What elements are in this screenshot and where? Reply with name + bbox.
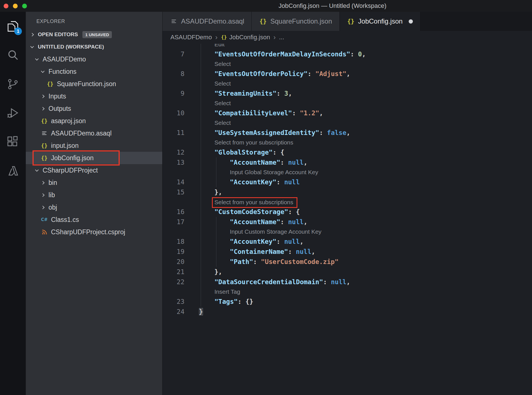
chevron-down-icon (41, 69, 45, 73)
tree-item-asaudfdemo-asaql[interactable]: ASAUDFDemo.asaql (26, 127, 162, 139)
code-line-17[interactable]: 17"AccountName": null, (163, 217, 532, 227)
open-editors-header[interactable]: OPEN EDITORS 1 UNSAVED (26, 28, 162, 41)
code-text: "EventsOutOfOrderMaxDelayInSeconds": 0, (199, 49, 532, 59)
code-line-15[interactable]: 15}, (163, 187, 532, 197)
tree-item-label: ASAUDFDemo.asaql (51, 130, 112, 137)
code-line-14[interactable]: 14"AccountKey": null (163, 177, 532, 187)
asaql-file-icon (40, 130, 48, 136)
code-token: 3 (284, 90, 288, 97)
code-token: : (280, 159, 288, 166)
codelens-select[interactable]: Select (163, 98, 532, 108)
unsaved-dot-icon[interactable] (409, 19, 413, 24)
code-token: null (288, 218, 304, 226)
zoom-window-button[interactable] (22, 4, 27, 8)
code-line-18[interactable]: 18"AccountKey": null, (163, 236, 532, 247)
breadcrumb-item-asaudfdemo[interactable]: ASAUDFDemo (170, 34, 212, 41)
workspace-header[interactable]: UNTITLED (WORKSPACE) (26, 41, 162, 53)
code-token: null (284, 178, 300, 186)
codelens-select-from-your-subscriptions[interactable]: Select from your subscriptions (163, 138, 532, 147)
indent-guide (201, 128, 201, 138)
codelens-insert-tag[interactable]: Insert Tag (163, 287, 532, 297)
tab-asaudfdemo-asaql[interactable]: ASAUDFDemo.asaql (163, 12, 252, 31)
codelens-link[interactable]: Select (214, 100, 231, 106)
codelens-link[interactable]: Insert Tag (214, 288, 240, 295)
codelens-select[interactable]: Select (163, 79, 532, 88)
codelens-link[interactable]: Input Global Storage Account Key (230, 169, 318, 175)
tree-item-asaudfdemo[interactable]: ASAUDFDemo (26, 53, 162, 65)
line-number: 18 (163, 236, 184, 247)
code-line-21[interactable]: 21}, (163, 267, 532, 277)
code-text: "AccountKey": null, (199, 236, 532, 247)
tree-item-csharpudfproject[interactable]: CSharpUDFProject (26, 164, 162, 176)
codelens-link[interactable]: Select (214, 120, 231, 126)
codelens-edit[interactable]: Edit (163, 44, 532, 49)
tree-item-jobconfig-json[interactable]: {}JobConfig.json (26, 152, 162, 164)
code-line-8[interactable]: 8"EventsOutOfOrderPolicy": "Adjust", (163, 69, 532, 79)
file-tree: ASAUDFDemoFunctions{}SquareFunction.json… (26, 53, 162, 238)
tree-item-asaproj-json[interactable]: {}asaproj.json (26, 115, 162, 127)
activity-bar-item-azure[interactable] (0, 156, 26, 185)
code-line-16[interactable]: 16"CustomCodeStorage": { (163, 207, 532, 217)
code-line-11[interactable]: 11"UseSystemAssignedIdentity": false, (163, 128, 532, 138)
tree-item-class1-cs[interactable]: C#Class1.cs (26, 213, 162, 226)
codelens-link[interactable]: Edit (214, 44, 225, 47)
activity-bar-item-extensions[interactable] (0, 127, 26, 156)
activity-bar-item-explorer[interactable]: 1 (0, 12, 26, 41)
code-line-22[interactable]: 22"DataSourceCredentialDomain": null, (163, 277, 532, 287)
codelens-link[interactable]: Select from your subscriptions (212, 197, 297, 208)
tab-squarefunction-json[interactable]: {}SquareFunction.json (252, 12, 339, 31)
code-line-9[interactable]: 9"StreamingUnits": 3, (163, 88, 532, 98)
codelens-text-wrap: Edit (199, 44, 532, 49)
breadcrumb-item-item[interactable]: ... (279, 34, 284, 41)
breadcrumb-separator-icon: › (273, 33, 276, 41)
codelens-text-wrap: Select (199, 59, 532, 69)
tree-item-inputs[interactable]: Inputs (26, 90, 162, 102)
code-line-13[interactable]: 13"AccountName": null, (163, 157, 532, 167)
tree-item-csharpudfproject-csproj[interactable]: CSharpUDFProject.csproj (26, 226, 162, 238)
tree-item-label: Outputs (48, 105, 71, 112)
sidebar-title: EXPLORER (26, 12, 162, 28)
code-token: , (319, 109, 323, 117)
breadcrumb-separator-icon: › (215, 33, 218, 41)
code-line-10[interactable]: 10"CompatibilityLevel": "1.2", (163, 108, 532, 118)
tab-jobconfig-json[interactable]: {}JobConfig.json (340, 12, 421, 31)
source-control-icon (7, 78, 19, 90)
tree-item-input-json[interactable]: {}input.json (26, 139, 162, 152)
minimize-window-button[interactable] (13, 4, 18, 8)
codelens-input-global-storage-account-key[interactable]: Input Global Storage Account Key (163, 167, 532, 177)
codelens-select[interactable]: Select (163, 59, 532, 69)
codelens-link[interactable]: Select (214, 61, 231, 67)
activity-bar-item-source-control[interactable] (0, 70, 26, 98)
activity-bar-item-run-debug[interactable] (0, 98, 26, 127)
code-line-20[interactable]: 20"Path": "UserCustomCode.zip" (163, 257, 532, 267)
code-line-23[interactable]: 23"Tags": {} (163, 297, 532, 307)
breadcrumb-item-jobconfig-json[interactable]: {}JobConfig.json (221, 34, 270, 41)
code-line-12[interactable]: 12"GlobalStorage": { (163, 147, 532, 157)
run-debug-icon (7, 107, 19, 119)
codelens-select-from-your-subscriptions[interactable]: Select from your subscriptions (163, 197, 532, 207)
tree-item-lib[interactable]: lib (26, 189, 162, 201)
codelens-select[interactable]: Select (163, 118, 532, 128)
chevron-right-icon (41, 206, 45, 209)
explorer-badge: 1 (14, 27, 22, 35)
close-window-button[interactable] (4, 4, 8, 8)
tree-item-outputs[interactable]: Outputs (26, 102, 162, 115)
tree-item-obj[interactable]: obj (26, 201, 162, 213)
codelens-link[interactable]: Select from your subscriptions (214, 139, 293, 146)
tree-item-functions[interactable]: Functions (26, 65, 162, 78)
codelens-input-custom-storage-account-key[interactable]: Input Custom Storage Account Key (163, 227, 532, 236)
code-line-7[interactable]: 7"EventsOutOfOrderMaxDelayInSeconds": 0, (163, 49, 532, 59)
code-line-24[interactable]: 24} (163, 307, 532, 317)
tree-item-label: CSharpUDFProject.csproj (51, 228, 125, 236)
tree-item-squarefunction-json[interactable]: {}SquareFunction.json (26, 78, 162, 90)
window-title: JobConfig.json — Untitled (Workspace) (279, 2, 387, 10)
code-editor[interactable]: Edit7"EventsOutOfOrderMaxDelayInSeconds"… (163, 44, 532, 395)
code-token: false (327, 129, 346, 136)
code-line-19[interactable]: 19"ContainerName": null, (163, 247, 532, 257)
chevron-down-icon (30, 45, 34, 48)
codelens-link[interactable]: Input Custom Storage Account Key (230, 228, 321, 235)
activity-bar-item-search[interactable] (0, 41, 26, 70)
tree-item-bin[interactable]: bin (26, 176, 162, 189)
codelens-link[interactable]: Select (214, 80, 231, 87)
line-number: 12 (163, 147, 184, 157)
